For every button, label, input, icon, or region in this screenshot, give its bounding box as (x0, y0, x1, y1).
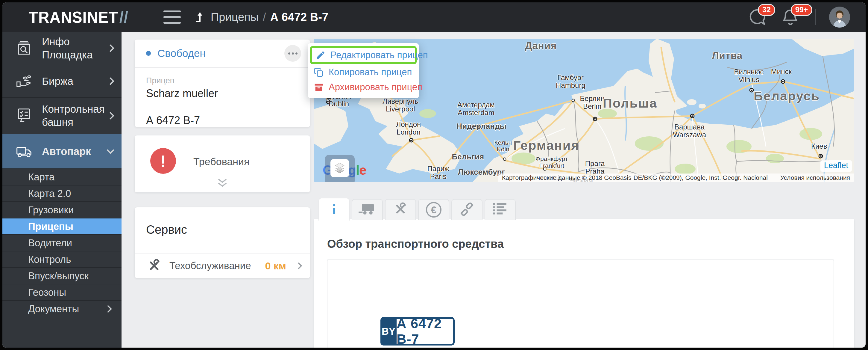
warning-icon: ! (150, 148, 176, 174)
overview-title: Обзор транспортного средства (327, 238, 504, 251)
context-menu-label: Архивировать прицеп (329, 82, 422, 93)
breadcrumb-current: А 6472 В-7 (270, 11, 328, 24)
sidebar-item-info-platform[interactable]: Инфо Площадка (2, 32, 122, 65)
sidebar-subitem-drivers[interactable]: Водители (2, 235, 122, 252)
sidebar-item-fleet[interactable]: Автопарк (2, 134, 122, 169)
app-logo[interactable]: TRANSINET// (29, 8, 128, 26)
sidebar-subitem-map-2[interactable]: Карта 2.0 (2, 185, 122, 202)
info-platform-icon (16, 40, 32, 57)
tab-broken-link[interactable] (452, 199, 483, 220)
status-dot (146, 51, 151, 56)
tab-euro[interactable]: € (418, 199, 449, 220)
city-marker (503, 157, 506, 161)
map-label: ПарижParis (427, 165, 449, 180)
exchange-icon (16, 73, 32, 90)
avatar-image (829, 7, 850, 28)
status-card-body: Прицеп Scharz mueller А 6472 В-7 (135, 68, 310, 135)
service-title: Сервис (135, 207, 310, 236)
sidebar-item-control-tower[interactable]: Контрольная башня (2, 98, 122, 134)
sidebar-item-exchange[interactable]: Биржа (2, 65, 122, 98)
context-menu-item-edit[interactable]: Редактировать прицеп (312, 48, 415, 62)
leaflet-attribution-link[interactable]: Leaflet (820, 160, 852, 172)
map-label: ЛондонLondon (396, 120, 421, 136)
map-label: Дания (525, 40, 557, 51)
tab-tools[interactable] (385, 199, 416, 220)
logo-accent: // (119, 8, 128, 26)
requirements-card: ! Требования (135, 136, 310, 193)
sidebar-item-label: Биржа (42, 75, 108, 88)
top-bar: TRANSINET// Прицепы / А 6472 В-7 32 99+ (2, 2, 866, 32)
list-icon (493, 203, 508, 216)
city-marker (818, 154, 823, 158)
notifications-count-badge: 99+ (791, 4, 812, 16)
map-label: ФранкфуртFrankfurt (535, 156, 568, 169)
overview-panel: Обзор транспортного средства BY А 6472 В… (314, 220, 854, 348)
context-menu-item-copy[interactable]: Копировать прицеп (308, 65, 419, 80)
card-menu-button[interactable] (284, 45, 301, 62)
layers-icon (331, 159, 349, 177)
upload-arrow-icon (194, 11, 205, 23)
fleet-icon (16, 143, 32, 160)
sidebar-item-label: Контрольная башня (42, 103, 108, 129)
sidebar-subitem-trucks[interactable]: Грузовики (2, 202, 122, 218)
trailer-field-label: Прицеп (146, 76, 299, 85)
maintenance-value: 0 км (265, 260, 286, 272)
vehicle-card: BY А 6472 В-7 Полуприцеп (327, 260, 834, 348)
sidebar-subitem-trailers[interactable]: Прицепы (2, 218, 122, 235)
chevron-right-icon (106, 45, 114, 52)
map-label: ВильнюсVilnius (734, 68, 764, 84)
sidebar-subitem-control[interactable]: Контроль (2, 252, 122, 268)
terms-of-use-link[interactable]: Условия использования (780, 174, 850, 181)
city-marker (409, 138, 413, 143)
tab-trailer[interactable] (352, 199, 383, 220)
map-label: Минск (771, 68, 792, 76)
broken-link-icon (460, 202, 474, 217)
sidebar-subitem-geozones[interactable]: Геозоны (2, 284, 122, 301)
sidebar-subitem-check-in-out[interactable]: Впуск/выпуск (2, 268, 122, 284)
maintenance-row[interactable]: Техобслуживание 0 км (135, 253, 310, 278)
tab-list[interactable] (485, 199, 516, 220)
copy-icon (314, 67, 324, 77)
archive-icon (314, 82, 324, 92)
sidebar-subitem-label: Контроль (28, 254, 105, 265)
sidebar-subitem-label: Карта (28, 171, 105, 183)
chat-button[interactable]: 32 (748, 7, 767, 27)
map-label: Германия (513, 139, 579, 152)
header-actions: 32 99+ (748, 7, 850, 28)
user-avatar[interactable] (829, 7, 850, 28)
requirements-title: Требования (193, 156, 249, 168)
expand-chevrons-icon[interactable] (217, 178, 228, 188)
menu-toggle-button[interactable] (163, 10, 181, 24)
map-label: Литва (712, 51, 743, 61)
city-marker (749, 88, 754, 93)
status-text: Свободен (157, 47, 284, 59)
map-attribution: Картографические данные © 2018 GeoBasis-… (498, 174, 854, 182)
header-divider (815, 9, 816, 25)
sidebar-subitem-label: Прицепы (28, 221, 105, 232)
sidebar-subitem-documents[interactable]: Документы (2, 301, 122, 317)
city-marker (593, 117, 597, 121)
plate-region: BY (380, 317, 397, 346)
chat-count-badge: 32 (758, 4, 775, 16)
sidebar-subitem-map[interactable]: Карта (2, 169, 122, 185)
sidebar-sub-items: КартаКарта 2.0ГрузовикиПрицепыВодителиКо… (2, 169, 122, 317)
context-menu-item-archive[interactable]: Архивировать прицеп (308, 80, 419, 95)
license-plate: BY А 6472 В-7 (380, 317, 455, 346)
breadcrumb-section[interactable]: Прицепы (211, 11, 258, 24)
euro-icon: € (426, 202, 441, 217)
highlight-annotation-box: Редактировать прицеп (310, 46, 416, 64)
city-marker (781, 80, 785, 84)
trailer-plate: А 6472 В-7 (146, 114, 299, 127)
sidebar-subitem-label: Документы (28, 303, 105, 315)
map-layers-button[interactable] (325, 155, 355, 182)
notifications-button[interactable]: 99+ (781, 7, 800, 27)
tab-info[interactable]: i (318, 198, 350, 221)
chevron-right-icon (104, 305, 112, 313)
trailer-context-menu: Редактировать прицепКопировать прицепАрх… (308, 43, 419, 98)
chevron-down-icon (106, 146, 114, 154)
tools-icon (147, 259, 161, 273)
sidebar-subitem-label: Впуск/выпуск (28, 270, 105, 282)
map-label: Беларусь (754, 89, 820, 103)
trailer-name: Scharz mueller (146, 87, 299, 100)
sidebar-subitem-label: Водители (28, 237, 105, 249)
